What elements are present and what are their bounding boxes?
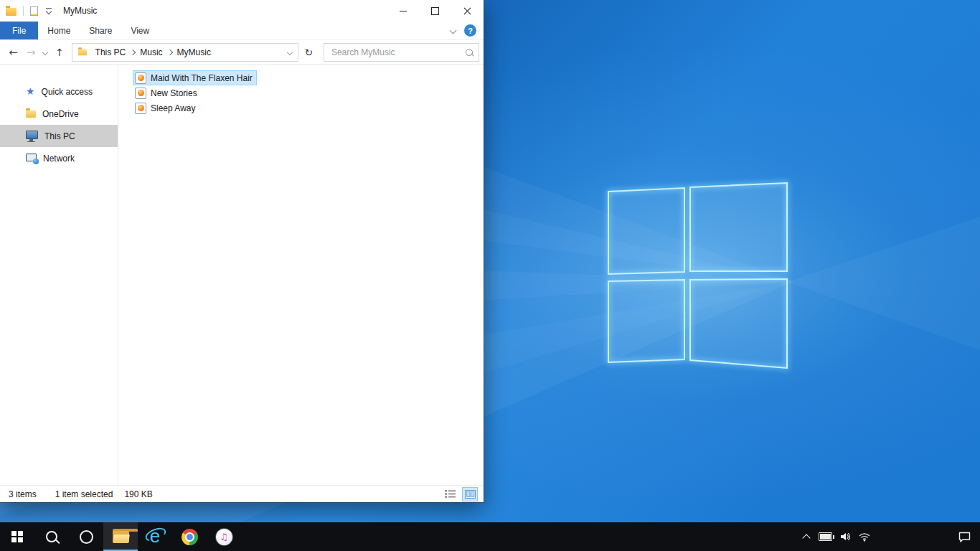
taskbar-itunes-button[interactable]: ♫ — [207, 522, 241, 551]
up-button[interactable]: ↑ — [51, 43, 69, 61]
sidebar-item-label: Quick access — [42, 87, 93, 97]
back-icon: ← — [9, 46, 18, 59]
back-button[interactable]: ← — [4, 43, 22, 61]
status-bar: 3 items 1 item selected 190 KB — [0, 485, 484, 502]
wifi-icon — [859, 531, 870, 542]
close-icon — [463, 6, 472, 16]
breadcrumb-separator-icon — [166, 49, 172, 55]
system-tray — [796, 522, 980, 551]
tray-network-button[interactable] — [854, 522, 874, 551]
search-input[interactable] — [330, 47, 461, 58]
window-folder-icon[interactable] — [6, 8, 17, 16]
qat-properties-icon[interactable] — [30, 6, 38, 16]
sidebar-item-label: OneDrive — [42, 109, 79, 119]
file-name: New Stories — [151, 88, 197, 98]
forward-icon: → — [27, 46, 36, 59]
taskbar-chrome-button[interactable] — [172, 522, 207, 551]
minimize-icon — [400, 11, 407, 11]
qat-customize-button[interactable] — [44, 6, 53, 15]
window-title: MyMusic — [63, 6, 97, 16]
sidebar-item-network[interactable]: Network — [0, 147, 118, 169]
action-center-button[interactable] — [948, 522, 980, 551]
cortana-icon — [80, 530, 93, 544]
status-items-count: 3 items — [9, 489, 37, 499]
tray-battery-button[interactable] — [816, 522, 835, 551]
forward-button[interactable]: → — [22, 43, 40, 61]
close-button[interactable] — [451, 0, 484, 22]
search-icon — [46, 531, 57, 542]
title-bar: MyMusic — [0, 0, 484, 22]
tab-share[interactable]: Share — [80, 22, 121, 39]
chevron-down-icon — [46, 9, 52, 14]
file-item[interactable]: New Stories — [133, 85, 202, 100]
help-button[interactable]: ? — [464, 24, 476, 37]
taskbar-file-explorer-button[interactable] — [103, 522, 138, 551]
ribbon-tab-row: File Home Share View ? — [0, 22, 484, 40]
details-view-button[interactable] — [442, 487, 458, 501]
maximize-button[interactable] — [419, 0, 451, 22]
chrome-icon — [182, 529, 198, 545]
address-dropdown-button[interactable] — [282, 44, 298, 61]
address-bar[interactable]: This PC Music MyMusic — [72, 43, 299, 62]
ribbon-right-controls: ? — [451, 22, 484, 39]
file-explorer-icon — [113, 531, 129, 543]
internet-explorer-icon: e — [145, 527, 165, 547]
audio-file-icon — [135, 88, 146, 99]
window-body: ★ Quick access OneDrive This PC Network — [0, 65, 484, 485]
navigation-pane: ★ Quick access OneDrive This PC Network — [0, 65, 118, 485]
tab-view[interactable]: View — [121, 22, 159, 39]
recent-locations-dropdown[interactable] — [40, 50, 51, 55]
breadcrumb-music[interactable]: Music — [136, 44, 166, 60]
taskbar-search-button[interactable] — [34, 522, 69, 551]
breadcrumb-this-pc[interactable]: This PC — [92, 44, 130, 60]
up-icon: ↑ — [55, 47, 64, 58]
search-icon[interactable] — [466, 49, 473, 56]
itunes-icon: ♫ — [216, 529, 232, 545]
audio-file-icon — [135, 103, 146, 114]
sidebar-item-this-pc[interactable]: This PC — [0, 125, 118, 147]
sidebar-item-quick-access[interactable]: ★ Quick access — [0, 80, 118, 103]
qat-separator — [23, 6, 24, 16]
file-item[interactable]: Maid With The Flaxen Hair — [133, 70, 257, 85]
maximize-icon — [431, 7, 439, 15]
chevron-down-icon — [287, 49, 293, 55]
chevron-down-icon — [42, 49, 48, 55]
sidebar-item-label: This PC — [44, 131, 75, 141]
tab-home[interactable]: Home — [38, 22, 80, 39]
minimize-button[interactable] — [387, 0, 419, 22]
quick-access-star-icon: ★ — [26, 86, 35, 96]
tray-volume-button[interactable] — [835, 522, 854, 551]
expand-ribbon-chevron-icon[interactable] — [450, 27, 457, 34]
quick-access-toolbar — [6, 6, 53, 16]
network-icon — [26, 154, 37, 161]
refresh-button[interactable]: ↻ — [300, 43, 318, 61]
details-view-icon — [445, 489, 456, 499]
action-center-icon — [958, 532, 971, 542]
taskbar-cortana-button[interactable] — [69, 522, 103, 551]
status-selection: 1 item selected — [55, 489, 113, 499]
chevron-up-icon — [802, 534, 810, 542]
address-folder-icon — [78, 49, 87, 55]
breadcrumb-mymusic[interactable]: MyMusic — [174, 44, 215, 60]
file-item[interactable]: Sleep Away — [133, 100, 200, 116]
start-button[interactable] — [0, 522, 34, 551]
tab-file[interactable]: File — [0, 22, 38, 39]
thumbnails-view-icon — [465, 490, 476, 499]
refresh-icon: ↻ — [305, 47, 314, 58]
this-pc-icon — [26, 131, 38, 139]
battery-icon — [819, 532, 832, 541]
sidebar-item-onedrive[interactable]: OneDrive — [0, 103, 118, 125]
file-list: Maid With The Flaxen Hair New Stories Sl… — [118, 65, 484, 485]
ie-letter: e — [150, 528, 160, 545]
status-selection-size: 190 KB — [124, 489, 152, 499]
thumbnails-view-button[interactable] — [462, 487, 478, 501]
tray-show-hidden-icons-button[interactable] — [796, 522, 816, 551]
sidebar-item-label: Network — [43, 154, 75, 164]
music-note-icon: ♫ — [220, 532, 228, 542]
taskbar-internet-explorer-button[interactable]: e — [138, 522, 172, 551]
file-name: Sleep Away — [151, 103, 196, 113]
file-explorer-window: MyMusic File Home Share View ? ← → ↑ — [0, 0, 484, 502]
breadcrumb-separator-icon — [130, 49, 136, 55]
taskbar: e ♫ — [0, 522, 980, 551]
audio-file-icon — [135, 72, 146, 84]
